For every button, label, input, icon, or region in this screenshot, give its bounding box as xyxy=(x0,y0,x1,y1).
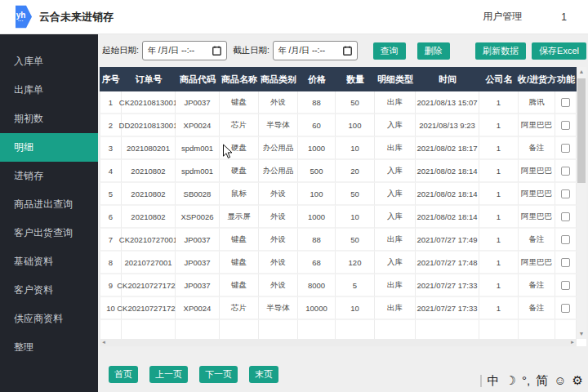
table-row[interactable]: 2DD20210813001XP0024芯片半导体60100入库2021/08/… xyxy=(100,114,577,137)
sidebar-item-进销存[interactable]: 进销存 xyxy=(0,162,98,190)
table-cell: CK20210813001 xyxy=(122,91,176,114)
row-checkbox[interactable] xyxy=(561,189,570,198)
end-date-placeholder: 年 /月/日 --:-- xyxy=(278,45,325,56)
table-row[interactable]: 1CK20210813001JP0037键盘外设8850出库2021/08/13… xyxy=(100,91,577,114)
scroll-up-arrow-icon[interactable]: ▲ xyxy=(577,67,586,77)
save-excel-button[interactable]: 保存Excel xyxy=(532,42,586,60)
table-cell: JP0037 xyxy=(176,91,220,114)
sidebar-item-客户出货查询[interactable]: 客户出货查询 xyxy=(0,219,98,247)
ime-lang-mode[interactable]: 中 xyxy=(488,371,500,390)
ime-fullwidth-moon-icon[interactable]: ☽ xyxy=(506,371,516,390)
table-cell: spdm001 xyxy=(176,160,220,183)
ime-tray: 中☽°,简☺⚙ xyxy=(480,371,583,390)
table-cell: 20210727001 xyxy=(122,252,176,274)
ime-settings-gear-icon[interactable]: ⚙ xyxy=(572,371,583,390)
row-checkbox[interactable] xyxy=(561,121,570,130)
table-cell-action xyxy=(555,137,577,160)
table-cell: 外设 xyxy=(259,252,298,274)
table-cell: 1 xyxy=(479,274,519,297)
ime-emoji-icon[interactable]: ☺ xyxy=(554,371,566,390)
table-cell-action xyxy=(555,274,577,297)
scroll-down-arrow-icon[interactable]: ▼ xyxy=(577,329,586,339)
table-cell: 50 xyxy=(336,91,375,114)
refresh-data-button[interactable]: 刷新数据 xyxy=(475,42,526,60)
row-checkbox[interactable] xyxy=(561,304,570,313)
table-row[interactable]: 820210727001JP0037键盘外设68120入库2021/07/27 … xyxy=(100,252,577,274)
app-window: yh ••• 云合未来进销存 用户管理 1 入库单出库单期初数明细进销存商品进出… xyxy=(0,0,588,392)
table-cell: 3 xyxy=(100,137,122,160)
table-row[interactable]: 7CK20210727001JP0037键盘外设8850出库2021/07/27… xyxy=(100,229,577,252)
horizontal-scrollbar[interactable]: ◄ ► xyxy=(100,339,577,346)
column-header: 序号 xyxy=(100,67,122,91)
brand: yh ••• 云合未来进销存 xyxy=(0,5,114,29)
sidebar-item-期初数[interactable]: 期初数 xyxy=(0,105,98,133)
table-cell: 外设 xyxy=(259,229,298,252)
vertical-scrollbar[interactable]: ▲ ▼ xyxy=(577,67,586,339)
delete-button[interactable]: 删除 xyxy=(417,42,450,60)
table-cell: 1 xyxy=(479,114,519,137)
row-checkbox[interactable] xyxy=(561,235,570,244)
table-cell: 2021/08/13 15:07 xyxy=(416,91,479,114)
table-cell: 2021/07/27 17:48 xyxy=(416,252,479,274)
table-row[interactable]: 32021080201spdm001硬盘办公用品100010出库2021/08/… xyxy=(100,137,577,160)
table-row[interactable]: 520210802SB0028鼠标外设10050入库2021/08/02 18:… xyxy=(100,183,577,206)
sidebar-item-出库单[interactable]: 出库单 xyxy=(0,76,98,105)
table-cell: 1 xyxy=(479,137,519,160)
sidebar-item-明细[interactable]: 明细 xyxy=(0,133,98,162)
query-button[interactable]: 查询 xyxy=(373,42,406,60)
sidebar-item-客户资料[interactable]: 客户资料 xyxy=(0,276,98,305)
table-cell: 入库 xyxy=(375,114,416,137)
row-checkbox[interactable] xyxy=(561,98,570,107)
column-header: 订单号 xyxy=(122,67,176,91)
scroll-right-arrow-icon[interactable]: ► xyxy=(568,339,577,346)
table-cell: 10 xyxy=(336,297,375,320)
table-cell-action xyxy=(555,91,577,114)
scroll-left-arrow-icon[interactable]: ◄ xyxy=(100,339,108,346)
table-cell-action xyxy=(555,229,577,252)
sidebar-item-基础资料[interactable]: 基础资料 xyxy=(0,247,98,276)
sidebar-item-整理[interactable]: 整理 xyxy=(0,333,98,362)
table-row[interactable]: 10CK202107271727XP0024芯片半导体1000010出库2021… xyxy=(100,297,577,320)
vertical-scroll-thumb[interactable] xyxy=(577,78,586,183)
row-checkbox[interactable] xyxy=(561,167,570,176)
table-cell: JP0037 xyxy=(176,229,220,252)
user-count-badge: 1 xyxy=(561,11,567,23)
table-cell: 备注 xyxy=(519,137,555,160)
table-cell: 芯片 xyxy=(220,297,259,320)
pagination-button-上一页[interactable]: 上一页 xyxy=(149,366,188,383)
table-cell: DD20210813001 xyxy=(122,114,176,137)
row-checkbox[interactable] xyxy=(561,212,570,221)
table-cell-action xyxy=(555,183,577,206)
table-row[interactable]: 620210802XSP0026显示屏外设100010入库2021/08/02 … xyxy=(100,206,577,229)
end-date-input[interactable]: 年 /月/日 --:-- xyxy=(273,41,358,60)
table-cell: 阿里巴巴 xyxy=(519,206,555,229)
table-cell: 1 xyxy=(479,252,519,274)
user-management-menu[interactable]: 用户管理 xyxy=(483,10,522,24)
ime-punctuation-icon[interactable]: °, xyxy=(522,371,530,390)
sidebar-item-商品进出查询[interactable]: 商品进出查询 xyxy=(0,190,98,219)
table-cell: 88 xyxy=(298,91,336,114)
ime-simplified-mode[interactable]: 简 xyxy=(536,371,548,390)
table-row[interactable]: 9CK202107271727JP0037键盘外设80005出库2021/07/… xyxy=(100,274,577,297)
table-cell: 500 xyxy=(298,160,336,183)
sidebar-item-供应商资料[interactable]: 供应商资料 xyxy=(0,305,98,333)
row-checkbox[interactable] xyxy=(561,281,570,290)
pagination-button-末页[interactable]: 末页 xyxy=(249,366,278,383)
table-cell: 入库 xyxy=(375,252,416,274)
table-cell: 10000 xyxy=(298,297,336,320)
table-cell: 2021/07/27 17:33 xyxy=(416,297,479,320)
table-cell: 4 xyxy=(100,160,122,183)
pagination-button-下一页[interactable]: 下一页 xyxy=(199,366,238,383)
table-cell: 硬盘 xyxy=(220,160,259,183)
table-cell: JP0037 xyxy=(176,252,220,274)
table-cell-action xyxy=(555,160,577,183)
table-row[interactable]: 420210802spdm001硬盘办公用品50020入库2021/08/02 … xyxy=(100,160,577,183)
pagination-button-首页[interactable]: 首页 xyxy=(109,366,138,383)
column-header: 商品代码 xyxy=(176,67,220,91)
row-checkbox[interactable] xyxy=(561,144,570,153)
table-cell: 50 xyxy=(336,183,375,206)
sidebar-item-入库单[interactable]: 入库单 xyxy=(0,47,98,76)
start-date-input[interactable]: 年 /月/日 --:-- xyxy=(142,41,227,60)
column-header: 收/进货方 xyxy=(519,67,555,91)
row-checkbox[interactable] xyxy=(561,258,570,267)
